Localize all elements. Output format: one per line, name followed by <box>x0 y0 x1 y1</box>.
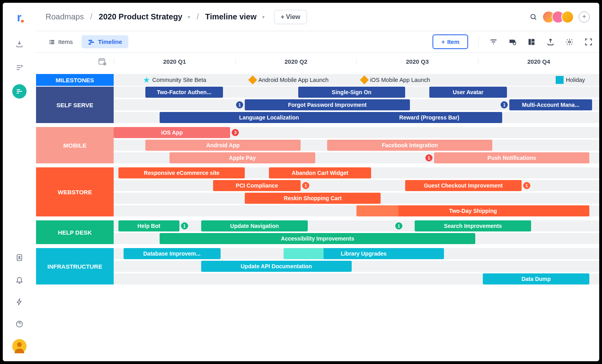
sidebar-avatar[interactable] <box>12 339 27 353</box>
swimlane-label[interactable]: MILESTONES <box>36 74 114 86</box>
sidebar-bolt-icon[interactable] <box>12 295 27 309</box>
gear-icon[interactable] <box>565 38 574 46</box>
timeline-row: PCI Compliance1Guest Checkout Improvemen… <box>114 180 599 191</box>
swimlane-label[interactable]: INFRASTRUCTURE <box>36 248 114 284</box>
chevron-down-icon[interactable]: ▾ <box>262 14 265 20</box>
header: Roadmaps / 2020 Product Strategy ▾ / Tim… <box>36 3 599 31</box>
timeline-bar[interactable]: Push Notifications <box>434 152 589 163</box>
filter-icon[interactable] <box>489 38 498 46</box>
timeline-bar[interactable]: User Avatar <box>429 87 507 98</box>
timeline-bar[interactable]: Forgot Password Improvment <box>245 99 410 110</box>
swimlane-selfserve: SELF SERVETwo-Factor Authen...Single-Sig… <box>36 87 599 123</box>
layout-icon[interactable] <box>527 38 536 46</box>
svg-rect-6 <box>50 42 50 42</box>
timeline-bar[interactable]: iOS App <box>114 127 230 138</box>
svg-rect-10 <box>51 43 54 44</box>
sidebar-import-icon[interactable] <box>12 37 27 51</box>
timeline-bar[interactable]: Language Localization <box>160 112 378 123</box>
sidebar-list-icon[interactable] <box>12 61 27 75</box>
sidebar-roadmap-icon[interactable] <box>12 84 27 99</box>
milestone-label: Android Mobile App Launch <box>258 77 328 83</box>
chevron-down-icon[interactable]: ▾ <box>188 14 190 20</box>
svg-rect-12 <box>90 42 94 43</box>
logo[interactable]: r <box>17 11 22 24</box>
timeline-bar[interactable]: Apple Pay <box>170 152 315 163</box>
timeline-bar[interactable]: Help Bot <box>118 220 179 231</box>
quarter-header: 2020 Q3 <box>356 58 478 65</box>
swimlane-infra: INFRASTRUCTUREDatabase Improvem...Librar… <box>36 248 599 284</box>
count-badge[interactable]: 1 <box>523 182 530 189</box>
add-view-button[interactable]: + View <box>274 10 307 24</box>
tab-items[interactable]: Items <box>42 35 79 48</box>
timeline-icon <box>88 39 95 45</box>
timeline-bar[interactable]: Search Improvements <box>415 220 531 231</box>
tag-icon[interactable] <box>508 38 517 46</box>
toolbar: Items Timeline + Item <box>36 31 599 53</box>
milestone[interactable]: Holiday <box>556 76 585 84</box>
count-badge[interactable]: 1 <box>181 222 188 229</box>
timeline-bar[interactable]: Reward (Progress Bar) <box>356 112 502 123</box>
breadcrumb-project[interactable]: 2020 Product Strategy <box>99 12 182 21</box>
count-badge[interactable]: 1 <box>236 101 243 108</box>
tab-timeline[interactable]: Timeline <box>82 35 129 48</box>
timeline-bar[interactable]: Update API Documentation <box>201 261 352 272</box>
quarter-header: 2020 Q4 <box>478 58 600 65</box>
milestone[interactable]: iOS Mobile App Launch <box>361 77 430 83</box>
swimlane-label[interactable]: HELP DESK <box>36 220 114 244</box>
diamond-icon <box>248 76 257 85</box>
count-badge[interactable]: 1 <box>395 222 402 229</box>
add-user-button[interactable]: + <box>579 11 590 23</box>
tab-label: Items <box>58 38 73 45</box>
svg-rect-7 <box>50 43 50 44</box>
timeline-row: Accessibility Improvements <box>114 233 599 244</box>
fullscreen-icon[interactable] <box>584 38 593 46</box>
breadcrumb-view[interactable]: Timeline view <box>205 12 257 21</box>
timeline-bar[interactable]: Single-Sign On <box>298 87 405 98</box>
breadcrumb-root[interactable]: Roadmaps <box>46 12 84 21</box>
timeline-bar[interactable]: Abandon Cart Widget <box>269 167 371 178</box>
timeline-bar[interactable]: Data Dump <box>483 273 590 284</box>
timeline-row: Two-Factor Authen...Single-Sign OnUser A… <box>114 87 599 98</box>
timeline-row: Android AppFacebook Integration <box>114 140 599 151</box>
timeline-bar[interactable]: Two-Factor Authen... <box>145 87 223 98</box>
timeline-bar[interactable]: Guest Checkout Improvement <box>405 180 522 191</box>
svg-point-4 <box>531 14 535 19</box>
sidebar-contacts-icon[interactable] <box>12 250 27 265</box>
timeline-bar[interactable]: Update Navigation <box>201 220 308 231</box>
avatar[interactable] <box>561 11 574 23</box>
timeline-bar[interactable]: Facebook Integration <box>327 140 492 151</box>
svg-rect-9 <box>51 42 54 42</box>
timeline-bar[interactable]: PCI Compliance <box>213 180 301 191</box>
milestone[interactable]: ★Community Site Beta <box>143 75 206 85</box>
count-badge[interactable]: 3 <box>232 129 239 136</box>
milestone[interactable]: Android Mobile App Launch <box>250 77 328 83</box>
diamond-icon <box>360 76 369 85</box>
calendar-settings-icon[interactable] <box>98 57 107 66</box>
timeline-row: Forgot Password Improvment1Multi-Account… <box>114 99 599 110</box>
count-badge[interactable]: 1 <box>501 101 508 108</box>
swimlane-label[interactable]: MOBILE <box>36 127 114 163</box>
add-item-button[interactable]: + Item <box>432 34 468 49</box>
swimlane-label[interactable]: SELF SERVE <box>36 87 114 123</box>
export-icon[interactable] <box>546 38 555 46</box>
milestone-label: iOS Mobile App Launch <box>370 77 430 83</box>
timeline-bar[interactable]: Multi-Account Mana... <box>509 99 592 110</box>
timeline-bar[interactable]: Two-Day Shipping <box>356 205 589 216</box>
timeline-bar[interactable]: Android App <box>145 140 301 151</box>
count-badge[interactable]: 1 <box>425 154 432 161</box>
sidebar-bell-icon[interactable] <box>12 273 27 287</box>
sidebar-help-icon[interactable] <box>12 317 27 331</box>
search-icon[interactable] <box>529 12 538 22</box>
count-badge[interactable]: 1 <box>302 182 309 189</box>
timeline-bar[interactable]: Database Improvem... <box>124 248 221 259</box>
timeline-bar[interactable]: Reskin Shopping Cart <box>245 193 381 204</box>
swimlane-label[interactable]: WEBSTORE <box>36 167 114 216</box>
timeline-bar[interactable]: Accessibility Improvements <box>160 233 475 244</box>
timeline-row: Language LocalizationReward (Progress Ba… <box>114 112 599 123</box>
quarter-header: 2020 Q2 <box>235 58 357 65</box>
svg-point-14 <box>513 42 516 45</box>
timeline-bar[interactable]: Responsive eCommerce site <box>118 167 245 178</box>
svg-point-1 <box>19 256 20 258</box>
timeline-bar[interactable]: Library Upgrades <box>284 248 444 259</box>
svg-point-3 <box>17 342 22 347</box>
